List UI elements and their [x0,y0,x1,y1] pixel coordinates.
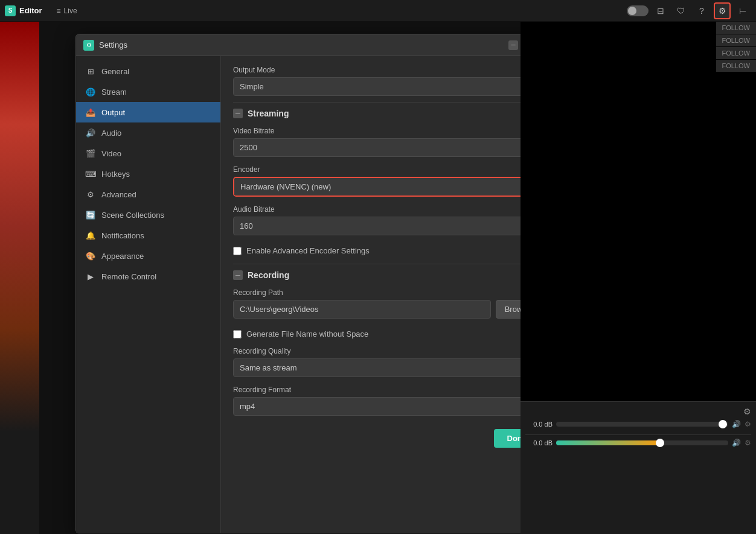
audio-bitrate-select-wrapper: 64 96 128 160 192 256 320 [233,217,540,235]
encoder-select[interactable]: Hardware (NVENC) (new) Software (x264) H… [234,178,539,195]
audio-icon: 🔊 [86,128,95,138]
mixer-channel-2: 0.0 dB 🔊 ⚙ [525,439,751,447]
settings-window-icon: ⚙ [83,40,94,51]
settings-window: ⚙ Settings ─ □ ✕ ⊞ General 🌐 [75,34,553,533]
enable-advanced-label: Enable Advanced Encoder Settings [246,246,370,255]
mixer-settings-icon-1[interactable]: ⚙ [745,420,751,428]
recording-quality-label: Recording Quality [233,347,540,355]
mixer-knob-1[interactable] [719,420,727,428]
appearance-icon: 🎨 [86,251,95,261]
output-mode-section: Output Mode Simple Advanced [233,66,540,96]
left-image-area [0,22,39,534]
recording-collapse-btn[interactable]: ─ [233,270,243,280]
sidebar-item-general[interactable]: ⊞ General [76,61,220,81]
recording-quality-group: Recording Quality Same as stream High Qu… [233,347,540,377]
recording-format-select-wrapper: mp4 mkv flv ts m3u8 [233,397,540,416]
sidebar-item-video[interactable]: 🎬 Video [76,143,220,164]
mixer-gear-icon[interactable]: ⚙ [743,407,751,416]
mixer-mute-icon-1[interactable]: 🔊 [732,420,741,428]
brand: S Editor [5,5,42,16]
output-mode-select-wrapper: Simple Advanced [233,77,540,96]
generate-filename-label: Generate File Name without Space [246,329,368,339]
brand-label: Editor [19,6,42,15]
sidebar-item-output[interactable]: 📤 Output [76,102,220,122]
theme-toggle[interactable] [627,5,649,16]
settings-nav: ⊞ General 🌐 Stream 📤 Output 🔊 Audio [76,56,221,533]
multiview-btn[interactable]: ⊟ [652,2,669,19]
streaming-section-title: Streaming [248,109,289,118]
sidebar-label-scene-collections: Scene Collections [101,211,164,220]
brand-icon: S [5,5,16,16]
settings-content: Output Mode Simple Advanced ─ [221,56,552,533]
follow-btn-4[interactable]: FOLLOW [716,60,756,72]
shield-btn[interactable]: 🛡 [673,2,690,19]
sidebar-label-remote-control: Remote Control [101,272,156,281]
encoder-label: Encoder [233,165,540,174]
mixer-separator [525,434,751,435]
sidebar-item-stream[interactable]: 🌐 Stream [76,81,220,102]
recording-format-group: Recording Format mp4 mkv flv ts m3u8 [233,386,540,416]
minimize-btn[interactable]: ─ [508,40,518,50]
sidebar-item-hotkeys[interactable]: ⌨ Hotkeys [76,164,220,184]
follow-btn-3[interactable]: FOLLOW [716,47,756,59]
generate-filename-row: Generate File Name without Space [233,327,540,341]
sidebar-item-notifications[interactable]: 🔔 Notifications [76,225,220,246]
output-icon: 📤 [86,107,95,117]
sidebar-label-stream: Stream [101,87,127,97]
recording-quality-select-wrapper: Same as stream High Quality, Medium File… [233,358,540,377]
follow-btn-1[interactable]: FOLLOW [716,22,756,34]
help-btn[interactable]: ? [693,2,710,19]
video-bitrate-input[interactable] [233,138,540,157]
recording-format-select[interactable]: mp4 mkv flv ts m3u8 [233,397,540,416]
mixer-bar-2 [556,440,728,445]
sidebar-label-advanced: Advanced [101,190,136,199]
follow-btn-2[interactable]: FOLLOW [716,34,756,46]
sidebar-label-audio: Audio [101,129,121,138]
mixer-db-1: 0.0 dB [525,421,553,428]
sidebar-item-scene-collections[interactable]: 🔄 Scene Collections [76,205,220,225]
audio-bitrate-label: Audio Bitrate [233,205,540,214]
sidebar-label-appearance: Appearance [101,252,144,261]
video-bitrate-group: Video Bitrate ▲ ▼ [233,127,540,157]
generate-filename-checkbox[interactable] [233,330,242,339]
mixer-db-2: 0.0 dB [525,439,553,447]
food-background [0,22,39,534]
settings-titlebar: ⚙ Settings ─ □ ✕ [76,34,552,56]
sidebar-item-advanced[interactable]: ⚙ Advanced [76,184,220,205]
collapse-btn[interactable]: ⊢ [734,2,751,19]
sidebar-item-appearance[interactable]: 🎨 Appearance [76,246,220,266]
general-icon: ⊞ [86,66,95,76]
video-bitrate-spinbox: ▲ ▼ [233,138,540,157]
mixer-settings-icon-2[interactable]: ⚙ [745,439,751,447]
modal-overlay: ⚙ Settings ─ □ ✕ ⊞ General 🌐 [39,22,756,534]
sidebar-item-audio[interactable]: 🔊 Audio [76,122,220,143]
output-mode-select[interactable]: Simple Advanced [233,77,540,96]
recording-section: ─ Recording Recording Path Browse [233,270,540,416]
mixer-channel-1: 0.0 dB 🔊 ⚙ [525,420,751,428]
remote-control-icon: ▶ [86,272,95,281]
sidebar-item-remote-control[interactable]: ▶ Remote Control [76,266,220,287]
recording-path-row: Browse [233,300,540,319]
right-panel: FOLLOW FOLLOW FOLLOW FOLLOW ⚙ 0.0 dB [521,22,756,534]
live-tab-label: Live [64,7,77,15]
settings-gear-btn[interactable]: ⚙ [714,2,731,19]
main-area: ⚙ Settings ─ □ ✕ ⊞ General 🌐 [0,22,756,534]
mixer-knob-2[interactable] [656,439,664,447]
streaming-collapse-btn[interactable]: ─ [233,109,243,118]
notifications-icon: 🔔 [86,230,95,240]
mixer-bar-1 [556,422,728,427]
recording-format-label: Recording Format [233,386,540,394]
enable-advanced-row: Enable Advanced Encoder Settings [233,244,540,258]
audio-bitrate-group: Audio Bitrate 64 96 128 160 192 256 320 [233,205,540,235]
follow-panel: FOLLOW FOLLOW FOLLOW FOLLOW [716,22,756,72]
mixer-header: ⚙ [525,407,751,416]
settings-title: Settings [99,40,508,49]
live-tab[interactable]: ≡ Live [52,4,82,17]
audio-bitrate-select[interactable]: 64 96 128 160 192 256 320 [233,217,540,235]
recording-quality-select[interactable]: Same as stream High Quality, Medium File… [233,358,540,377]
encoder-select-wrapper: Hardware (NVENC) (new) Software (x264) H… [233,177,540,197]
video-bitrate-label: Video Bitrate [233,127,540,135]
recording-path-input[interactable] [233,300,491,319]
enable-advanced-checkbox[interactable] [233,247,242,255]
mixer-mute-icon-2[interactable]: 🔊 [732,439,741,447]
